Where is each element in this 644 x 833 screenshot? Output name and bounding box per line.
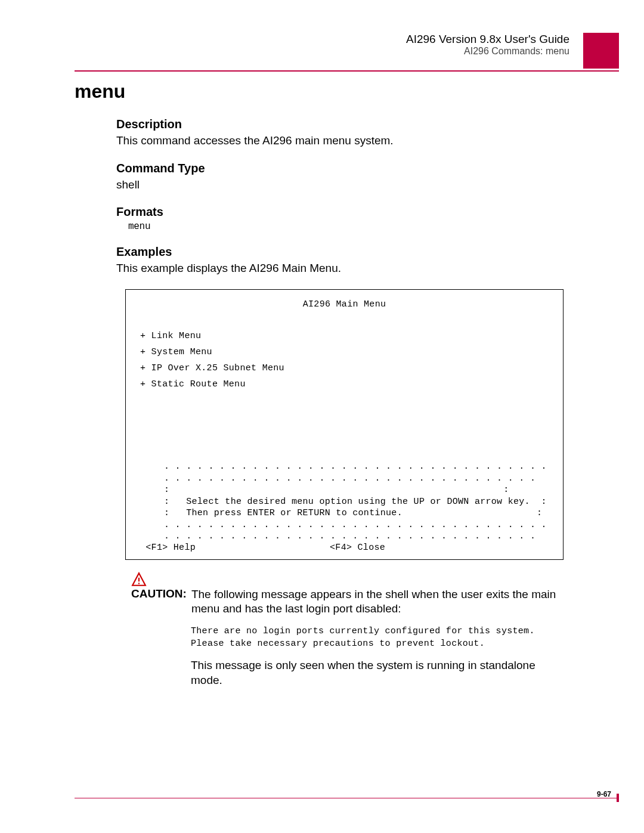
examples-heading: Examples — [116, 245, 564, 259]
caution-after-text: This message is only seen when the syste… — [191, 658, 564, 688]
terminal-item: + Link Menu — [140, 328, 549, 344]
caution-mono-message: There are no login ports currently confi… — [191, 625, 564, 650]
terminal-hint-empty: :: — [164, 484, 549, 496]
page-header: AI296 Version 9.8x User's Guide AI296 Co… — [406, 33, 569, 57]
terminal-item: + System Menu — [140, 344, 549, 360]
terminal-hint-line: : Select the desired menu option using t… — [164, 496, 549, 508]
page-number: 9-67 — [597, 790, 611, 798]
svg-rect-0 — [138, 577, 140, 581]
formats-code: menu — [128, 221, 564, 232]
terminal-footer: <F1> Help<F4> Close — [140, 543, 549, 553]
doc-subtitle: AI296 Commands: menu — [406, 46, 569, 57]
svg-rect-1 — [138, 583, 140, 584]
formats-heading: Formats — [116, 205, 564, 219]
examples-text: This example displays the AI296 Main Men… — [116, 261, 564, 276]
caution-text: The following message appears in the she… — [191, 587, 564, 617]
terminal-hint-border: . . . . . . . . . . . . . . . . . . . . … — [164, 461, 549, 484]
content-area: menu Description This command accesses t… — [75, 80, 564, 688]
description-heading: Description — [116, 117, 564, 131]
command-title: menu — [75, 80, 564, 103]
footer-mark — [617, 794, 619, 802]
terminal-item: + IP Over X.25 Subnet Menu — [140, 360, 549, 376]
terminal-title: AI296 Main Menu — [140, 299, 549, 310]
command-type-heading: Command Type — [116, 162, 564, 175]
header-brand-block — [583, 33, 619, 69]
footer-rule — [75, 798, 619, 798]
header-rule — [75, 70, 619, 72]
description-text: This command accesses the AI296 main men… — [116, 134, 564, 148]
caution-label: CAUTION: — [131, 587, 187, 600]
doc-title: AI296 Version 9.8x User's Guide — [406, 33, 569, 46]
command-type-text: shell — [116, 178, 564, 193]
terminal-item: + Static Route Menu — [140, 376, 549, 392]
terminal-hint-line: : Then press ENTER or RETURN to continue… — [164, 507, 549, 519]
terminal-hint-border: . . . . . . . . . . . . . . . . . . . . … — [164, 519, 549, 543]
warning-icon — [131, 572, 147, 587]
terminal-output-box: AI296 Main Menu + Link Menu + System Men… — [125, 289, 564, 560]
